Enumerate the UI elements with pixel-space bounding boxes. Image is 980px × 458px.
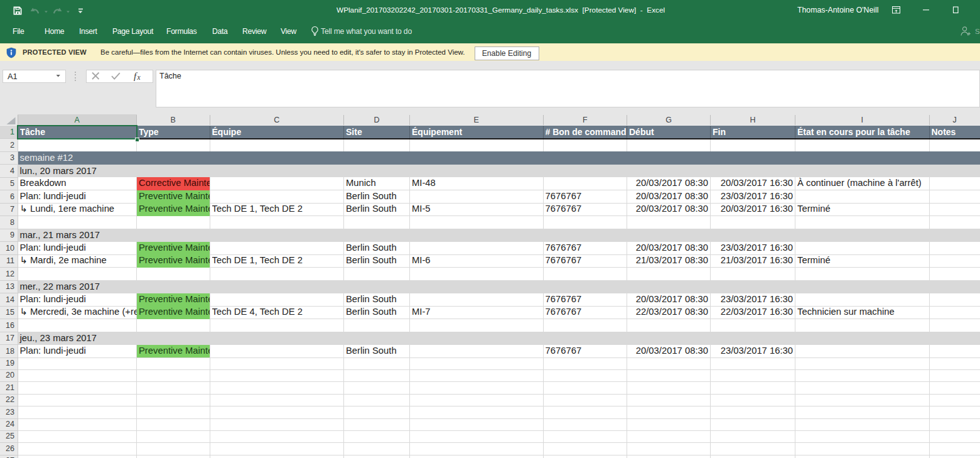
svg-text:S: S xyxy=(975,28,980,35)
svg-text:x: x xyxy=(137,74,141,81)
